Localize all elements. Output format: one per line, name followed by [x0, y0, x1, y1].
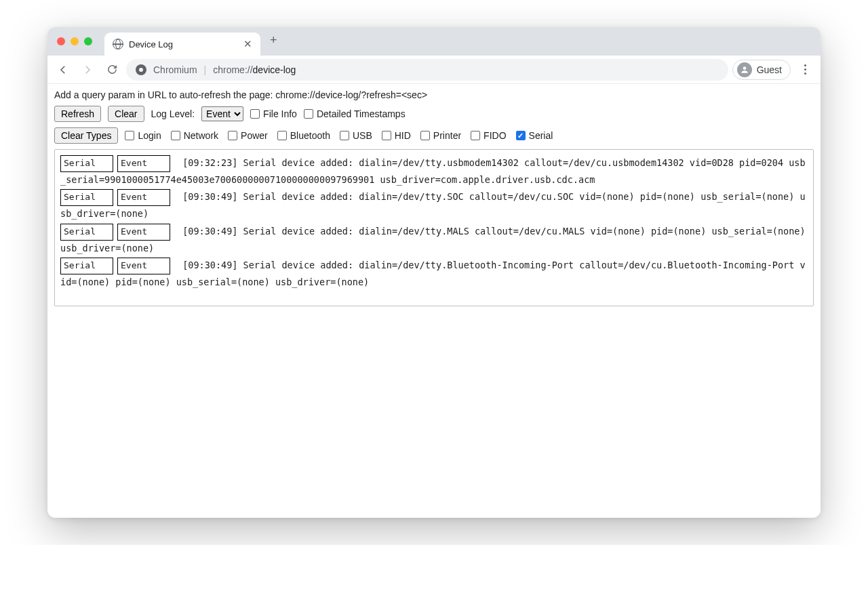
address-bar[interactable]: Chromium | chrome://device-log: [126, 59, 728, 81]
type-checkbox-bluetooth[interactable]: [277, 131, 287, 140]
clear-types-button[interactable]: Clear Types: [54, 127, 118, 144]
log-message: [09:30:49] Serial device added: dialin=/…: [60, 226, 806, 253]
log-message: [09:32:23] Serial device added: dialin=/…: [60, 157, 806, 185]
browser-tab[interactable]: Device Log ✕: [104, 33, 260, 56]
type-checkbox-network[interactable]: [171, 131, 180, 140]
log-entry: SerialEvent [09:30:49] Serial device add…: [60, 224, 808, 256]
main-menu-button[interactable]: [795, 64, 815, 75]
type-checkbox-fido[interactable]: [471, 131, 480, 140]
type-label-serial: Serial: [529, 130, 553, 141]
omnibox-origin: Chromium: [153, 64, 197, 75]
type-label-usb: USB: [353, 130, 372, 141]
window-controls: [57, 37, 104, 56]
type-label-network: Network: [184, 130, 218, 141]
browser-window: Device Log ✕ + Chromium | chrome://devic…: [47, 27, 821, 518]
log-level-tag: Event: [117, 189, 170, 206]
log-level-tag: Event: [117, 155, 170, 172]
omnibox-divider: |: [204, 64, 207, 75]
close-tab-button[interactable]: ✕: [242, 38, 254, 50]
tab-title: Device Log: [129, 39, 237, 49]
maximize-window-button[interactable]: [84, 37, 92, 45]
page-content: Add a query param in URL to auto-refresh…: [47, 84, 821, 518]
type-checkbox-power[interactable]: [228, 131, 237, 140]
type-label-login: Login: [138, 130, 161, 141]
chrome-icon: [136, 64, 146, 75]
globe-icon: [113, 39, 123, 49]
file-info-label: File Info: [263, 108, 297, 119]
log-message: [09:30:49] Serial device added: dialin=/…: [60, 191, 806, 219]
profile-button[interactable]: Guest: [732, 60, 791, 80]
log-entry: SerialEvent [09:30:49] Serial device add…: [60, 189, 808, 222]
avatar-icon: [737, 62, 752, 77]
log-level-select[interactable]: Event: [201, 106, 243, 121]
log-type-tag: Serial: [60, 155, 113, 172]
omnibox-url: chrome://device-log: [213, 64, 296, 75]
log-level-tag: Event: [117, 258, 170, 274]
toolbar: Chromium | chrome://device-log Guest: [47, 56, 821, 84]
log-level-label: Log Level:: [151, 108, 195, 119]
new-tab-button[interactable]: +: [260, 33, 287, 50]
refresh-hint: Add a query param in URL to auto-refresh…: [54, 89, 814, 100]
log-panel: SerialEvent [09:32:23] Serial device add…: [54, 149, 814, 306]
controls-row-2: Clear Types LoginNetworkPowerBluetoothUS…: [54, 127, 814, 144]
controls-row-1: Refresh Clear Log Level: Event File Info…: [54, 106, 814, 122]
type-label-power: Power: [241, 130, 268, 141]
detailed-timestamps-label: Detailed Timestamps: [317, 108, 406, 119]
log-message: [09:30:49] Serial device added: dialin=/…: [60, 260, 806, 287]
type-checkbox-hid[interactable]: [382, 131, 391, 140]
titlebar: Device Log ✕ +: [47, 27, 821, 56]
log-type-tag: Serial: [60, 224, 113, 241]
forward-button[interactable]: [77, 60, 98, 80]
type-label-bluetooth: Bluetooth: [290, 130, 330, 141]
type-checkbox-login[interactable]: [125, 131, 134, 140]
refresh-button[interactable]: Refresh: [54, 106, 101, 122]
log-type-tag: Serial: [60, 258, 113, 274]
log-entry: SerialEvent [09:32:23] Serial device add…: [60, 155, 808, 188]
type-checkbox-serial[interactable]: [516, 131, 526, 140]
log-entry: SerialEvent [09:30:49] Serial device add…: [60, 258, 808, 290]
reload-button[interactable]: [102, 60, 122, 80]
log-type-tag: Serial: [60, 189, 113, 206]
minimize-window-button[interactable]: [71, 37, 79, 45]
log-level-tag: Event: [117, 224, 170, 241]
clear-button[interactable]: Clear: [108, 106, 144, 122]
type-label-fido: FIDO: [484, 130, 506, 141]
back-button[interactable]: [53, 60, 73, 80]
close-window-button[interactable]: [57, 37, 65, 45]
detailed-timestamps-checkbox[interactable]: [304, 109, 313, 119]
type-label-hid: HID: [395, 130, 411, 141]
type-checkbox-printer[interactable]: [420, 131, 430, 140]
type-label-printer: Printer: [433, 130, 461, 141]
file-info-checkbox[interactable]: [250, 109, 260, 119]
type-checkbox-usb[interactable]: [340, 131, 349, 140]
profile-label: Guest: [757, 64, 782, 75]
